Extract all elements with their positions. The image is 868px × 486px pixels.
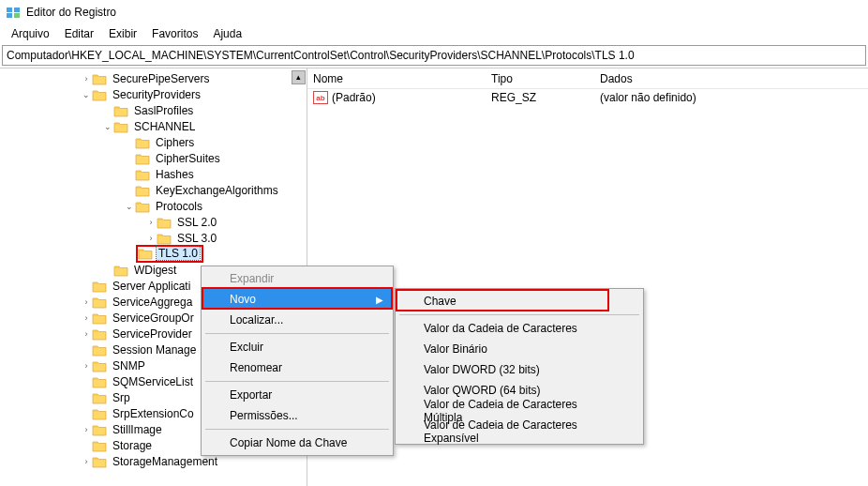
menu-item[interactable]: Permissões... [203, 405, 391, 426]
folder-icon [157, 216, 172, 229]
tree-item-label: SNMP [111, 359, 147, 372]
chevron-right-icon[interactable]: › [81, 297, 92, 307]
menu-item[interactable]: Exportar [203, 385, 391, 405]
cell-dados: (valor não definido) [594, 91, 868, 104]
menu-separator [205, 333, 389, 334]
menu-ajuda[interactable]: Ajuda [205, 25, 249, 42]
value-name: (Padrão) [332, 91, 376, 104]
address-bar[interactable]: Computador\HKEY_LOCAL_MACHINE\SYSTEM\Cur… [2, 45, 866, 66]
menu-favoritos[interactable]: Favoritos [144, 25, 205, 42]
tree-item[interactable]: ⌄SecurityProviders [0, 86, 307, 102]
twisty-blank: › [124, 154, 135, 163]
tree-item-label: ServiceAggrega [111, 296, 194, 309]
tree-item[interactable]: ⌄Protocols [0, 198, 307, 214]
menu-item[interactable]: Novo▶ [203, 289, 391, 310]
regedit-icon [6, 5, 21, 20]
menu-item[interactable]: Chave [397, 291, 641, 311]
tree-item[interactable]: ›KeyExchangeAlgorithms [0, 182, 307, 198]
scroll-up-icon[interactable]: ▴ [292, 70, 306, 84]
menu-item[interactable]: Localizar... [203, 310, 391, 330]
chevron-down-icon[interactable]: ⌄ [102, 122, 113, 131]
tree-item[interactable]: ⌄SCHANNEL [0, 118, 307, 134]
menu-item-label: Valor da Cadeia de Caracteres [424, 322, 577, 335]
tree-item-label: SSL 2.0 [175, 216, 218, 229]
folder-icon [135, 184, 150, 197]
menu-item[interactable]: Excluir [203, 337, 391, 357]
list-row[interactable]: ab (Padrão) REG_SZ (valor não definido) [307, 89, 868, 106]
tree-item[interactable]: ›SSL 3.0 [0, 230, 307, 246]
folder-icon [92, 455, 107, 468]
twisty-blank: › [124, 186, 135, 195]
tree-item[interactable]: ›SecurePipeServers [0, 70, 307, 86]
menu-item[interactable]: Valor DWORD (32 bits) [397, 359, 641, 380]
folder-icon [92, 311, 107, 325]
twisty-blank: › [81, 345, 92, 355]
tree-item-label: SrpExtensionCo [111, 407, 196, 420]
menu-arquivo[interactable]: Arquivo [4, 25, 57, 42]
col-header-tipo[interactable]: Tipo [486, 72, 594, 85]
folder-icon [135, 200, 150, 213]
tree-item-label: WDigest [132, 264, 178, 277]
menu-item-label: Copiar Nome da Chave [230, 436, 347, 449]
folder-icon [92, 439, 107, 452]
col-header-dados[interactable]: Dados [594, 72, 868, 85]
menu-item[interactable]: Renomear [203, 357, 391, 378]
address-text: Computador\HKEY_LOCAL_MACHINE\SYSTEM\Cur… [7, 49, 635, 62]
chevron-right-icon[interactable]: › [145, 234, 157, 243]
folder-icon [92, 391, 107, 404]
menu-item-label: Novo [230, 293, 256, 306]
context-submenu-novo[interactable]: ChaveValor da Cadeia de CaracteresValor … [395, 288, 644, 445]
menu-item[interactable]: Copiar Nome da Chave [203, 433, 391, 453]
chevron-down-icon[interactable]: ⌄ [81, 90, 92, 99]
tree-item-label: Storage [111, 439, 154, 452]
tree-item-label: Ciphers [154, 136, 196, 149]
chevron-down-icon[interactable]: ⌄ [124, 202, 135, 211]
folder-icon [135, 136, 150, 149]
titlebar: Editor do Registro [0, 0, 868, 24]
tree-item-label: Protocols [154, 200, 204, 213]
tree-item[interactable]: ›Hashes [0, 166, 307, 182]
menubar: Arquivo Editar Exibir Favoritos Ajuda [0, 24, 868, 43]
tree-item[interactable]: ›SSL 2.0 [0, 214, 307, 230]
submenu-arrow-icon: ▶ [376, 295, 383, 305]
tree-item[interactable]: ›SaslProfiles [0, 102, 307, 118]
menu-editar[interactable]: Editar [57, 25, 101, 42]
menu-exibir[interactable]: Exibir [101, 25, 144, 42]
twisty-blank: › [81, 281, 92, 291]
chevron-right-icon[interactable]: › [81, 361, 92, 371]
tree-item[interactable]: ›Ciphers [0, 134, 307, 150]
highlight-tls10: TLS 1.0 [136, 245, 203, 263]
menu-item[interactable]: Valor Binário [397, 339, 641, 359]
chevron-right-icon[interactable]: › [145, 218, 157, 227]
col-header-nome[interactable]: Nome [307, 72, 486, 85]
tree-item-label: SCHANNEL [132, 120, 197, 133]
tree-item[interactable]: ›CipherSuites [0, 150, 307, 166]
menu-item: Expandir [203, 268, 391, 289]
chevron-right-icon[interactable]: › [81, 329, 92, 339]
tree-item[interactable]: ›TLS 1.0 [0, 246, 307, 262]
menu-item-label: Exportar [230, 388, 272, 402]
twisty-blank: › [102, 266, 113, 275]
chevron-right-icon[interactable]: › [81, 425, 92, 434]
folder-icon [92, 327, 107, 341]
chevron-right-icon[interactable]: › [81, 313, 92, 323]
tree-item-label: SSL 3.0 [175, 232, 218, 245]
folder-icon [92, 359, 107, 372]
chevron-right-icon[interactable]: › [81, 457, 92, 466]
svg-rect-2 [14, 8, 20, 12]
tree-item-label: StorageManagement [111, 455, 219, 468]
menu-item[interactable]: Valor da Cadeia de Caracteres [397, 318, 641, 339]
tree-item-label: SecurePipeServers [111, 72, 211, 85]
menu-item-label: Localizar... [230, 313, 283, 327]
menu-item-label: Expandir [230, 272, 274, 285]
menu-item-label: Valor DWORD (32 bits) [424, 363, 540, 376]
cell-tipo: REG_SZ [486, 91, 594, 104]
svg-rect-3 [14, 13, 20, 18]
menu-item[interactable]: Valor de Cadeia de Caracteres Expansível [397, 421, 641, 442]
folder-icon [92, 296, 107, 309]
tree-item-label: Server Applicati [111, 280, 192, 293]
svg-rect-1 [7, 13, 12, 18]
context-menu-key[interactable]: ExpandirNovo▶Localizar...ExcluirRenomear… [201, 266, 394, 456]
chevron-right-icon[interactable]: › [81, 74, 92, 84]
tree-item-label: KeyExchangeAlgorithms [154, 184, 280, 197]
